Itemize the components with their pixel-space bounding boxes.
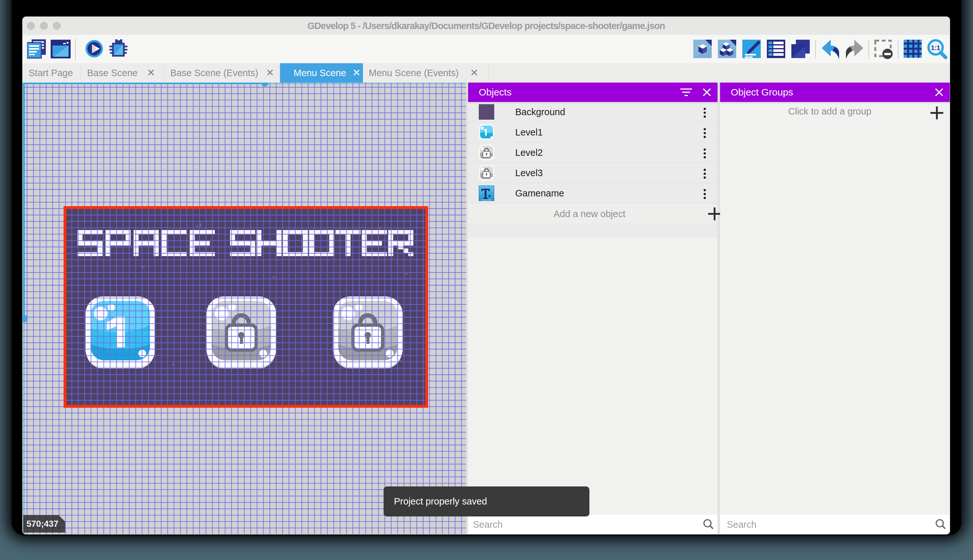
svg-text:1:1: 1:1 xyxy=(931,44,940,51)
